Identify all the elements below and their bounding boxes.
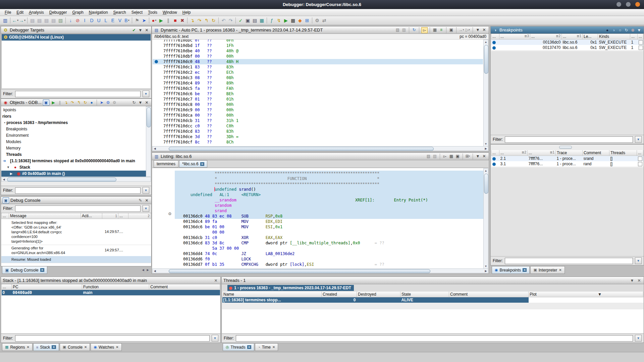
quick-launch-icon[interactable]: ➤ — [99, 100, 105, 105]
breakpoint-enabled-icon[interactable] — [492, 41, 496, 44]
dynamic-listing-row[interactable]: 7ffff7610dcf8c??8Ch — [153, 139, 483, 145]
right-tab-interpreter[interactable]: ▣Interpreter✕ — [530, 266, 565, 274]
menu-help[interactable]: Help — [180, 10, 194, 15]
data-type-d-icon[interactable]: D — [88, 17, 95, 24]
close-icon[interactable]: ✕ — [144, 198, 150, 203]
scroll-up-icon[interactable]: ▲ — [484, 40, 488, 44]
refresh-icon[interactable]: ↻ — [411, 27, 417, 33]
listing-code-line[interactable]: ****************************************… — [175, 171, 483, 176]
tab-close-icon[interactable]: ✕ — [200, 162, 204, 166]
listing-code-line[interactable]: undefinedAL:1<RETURN> — [175, 192, 483, 197]
auto-read-icon[interactable]: ▷ — [465, 27, 471, 33]
step-into-icon[interactable]: ↴ — [63, 100, 69, 105]
close-icon[interactable]: ✕ — [481, 154, 487, 159]
listing-code-line[interactable]: * FUNCTION * — [175, 176, 483, 181]
record-icon[interactable]: ● — [89, 100, 95, 105]
stop-icon[interactable]: ■ — [172, 17, 179, 24]
step-last-icon[interactable]: ↻ — [83, 100, 88, 105]
tab-close-icon[interactable]: ✕ — [559, 268, 561, 272]
tree-item[interactable]: ➜[1.1:16363] termmines stopped at 0x0x00… — [1, 158, 146, 164]
stack-filter-input[interactable] — [15, 335, 210, 342]
save-icon[interactable]: ▥ — [2, 17, 9, 24]
menu-search[interactable]: Search — [111, 10, 129, 15]
listing-code-line[interactable]: srandom — [175, 203, 483, 208]
console-filter-input[interactable] — [15, 205, 141, 212]
undo-icon[interactable]: ↶ — [220, 17, 227, 24]
listing-code-line[interactable]: 00136dd474 0cJZLAB_00136de2 — [175, 251, 483, 256]
resume-icon[interactable]: ▶ — [51, 100, 56, 105]
dynamic-listing-row[interactable]: 7ffff7610dc489??89h — [153, 80, 483, 86]
data-type-l-icon[interactable]: L — [102, 17, 109, 24]
breakpoint-dot-icon[interactable] — [155, 60, 158, 63]
dynamic-listing-row[interactable]: 7ffff7610dcb31??31h1 — [153, 118, 483, 123]
breakpoint-checkbox[interactable] — [638, 162, 642, 166]
step-over-icon[interactable]: ↷ — [196, 17, 203, 24]
listing-code-line[interactable]: 00136dcd83 3d 8cCMPdword ptr [__libc_mul… — [175, 240, 483, 246]
paste-icon[interactable]: ▨ — [401, 27, 407, 33]
listing-code-line[interactable]: 00136dcb31 c0XOREAX,EAX — [175, 235, 483, 240]
menu-debugger[interactable]: Debugger — [47, 10, 70, 15]
listing-hscrollbar[interactable]: ◀ ▶ — [152, 268, 488, 273]
clear-code-icon[interactable]: ⊘ — [74, 17, 81, 24]
copy-icon[interactable]: ▧ — [395, 27, 400, 33]
trace-breakpoint-row[interactable]: 2.1 7ffff76... 1 - proce... srand [] — [491, 156, 643, 162]
listing-code-line[interactable]: 00136dd70f b1 35CMPXCHGdword ptr [lock],… — [175, 262, 483, 267]
refresh-icon[interactable]: ↻ — [131, 100, 137, 105]
copy-tool-icon-1[interactable]: ▤ — [29, 17, 36, 24]
clear-breakpoints-icon[interactable]: ⊗ — [630, 27, 636, 33]
breakpoint-checkbox[interactable] — [638, 157, 642, 161]
dynamic-listing-row[interactable]: 7ffff7610dc5fa??FAh — [153, 86, 483, 91]
data-type-u-icon[interactable]: U — [95, 17, 102, 24]
nav-forward-icon[interactable]: → — [19, 17, 26, 24]
dynamic-vscrollbar[interactable]: ▲ ▼ — [483, 40, 488, 146]
breakpoint-enabled-icon[interactable] — [492, 163, 496, 166]
scroll-up-icon[interactable]: ▲ — [484, 169, 488, 173]
nav-back-icon[interactable]: ← — [12, 17, 19, 24]
console-message-row[interactable]: Generating offer foros=GNU/Linux arch=i3… — [1, 245, 151, 256]
objects-hscrollbar[interactable]: ◀ — [1, 177, 151, 182]
objects-filter-input[interactable] — [15, 187, 141, 194]
threads-filter-input[interactable] — [236, 335, 633, 342]
menu-analysis[interactable]: Analysis — [26, 10, 47, 15]
scroll-left-icon[interactable]: ◀ — [2, 177, 6, 182]
plot-marker-icon[interactable]: ▼ — [598, 292, 602, 297]
menu-window[interactable]: Window — [160, 10, 180, 15]
run-script-icon[interactable]: ▶ — [282, 17, 289, 24]
dynamic-listing-row[interactable]: 7ffff7610dbe40??40h@ — [153, 48, 483, 54]
bottom-left-tab-regions[interactable]: ▦Regions✕ — [2, 343, 33, 351]
listing-code-line[interactable]: __srandomXREF[1]:Entry Point(*) — [175, 197, 483, 203]
dynamic-listing-row[interactable]: 7ffff7610dc2ec??ECh — [153, 70, 483, 75]
diamond-icon[interactable]: ◆ — [297, 17, 304, 24]
listing-code-line[interactable]: 00136dd6f0LOCK — [175, 256, 483, 262]
menu-select[interactable]: Select — [129, 10, 145, 15]
close-icon[interactable]: ✕ — [636, 278, 642, 283]
tree-item[interactable]: ▶◉#0 0x400ad0 in main () — [1, 171, 146, 177]
targets-filter-input[interactable] — [15, 91, 141, 97]
console-window-icon[interactable]: ▣ — [244, 17, 251, 24]
cursor-tracking-icon[interactable]: ▻ — [421, 27, 428, 33]
dynamic-listing-row[interactable]: 7ffff7610dbc0f??0Fh — [153, 40, 483, 43]
tab-close-icon[interactable]: ✕ — [40, 268, 44, 272]
tab-close-icon[interactable]: ✕ — [116, 345, 118, 349]
target-row-gdb[interactable]: ✪ GDB@2945fa74 local (Linux) — [2, 34, 151, 41]
flag-icon[interactable]: ⚑ — [133, 17, 141, 24]
listing-tab-termmines[interactable]: termmines — [154, 160, 178, 168]
tree-item[interactable]: ▼●Stack — [1, 164, 146, 171]
swap-icon[interactable]: ⇄ — [321, 17, 328, 24]
snapshot-camera-icon[interactable]: ▣ — [455, 154, 461, 159]
listing-vscrollbar[interactable]: ▲ ▼ — [483, 168, 488, 269]
step-out-icon[interactable]: ↰ — [203, 17, 210, 24]
listing-tab-libcso6[interactable]: *libc.so.6✕ — [179, 160, 207, 168]
dynamic-hscrollbar[interactable]: ◀ ▶ — [152, 146, 488, 151]
filter-options-icon[interactable]: ▼ — [143, 187, 149, 194]
close-icon[interactable]: ✕ — [144, 27, 150, 33]
memory-map-icon[interactable]: ▦ — [258, 17, 265, 24]
breakpoint-enabled-icon[interactable] — [492, 46, 496, 50]
chip-icon[interactable]: ▩ — [289, 17, 297, 24]
dynamic-listing-row[interactable]: 7ffff7610dc900??00h — [153, 107, 483, 113]
filter-options-icon[interactable]: ▼ — [635, 335, 642, 342]
maximize-button[interactable] — [626, 2, 631, 7]
close-icon[interactable]: ✕ — [213, 278, 219, 283]
dynamic-listing-row[interactable]: 7ffff7610dc308??08h — [153, 75, 483, 80]
tab-debug-console[interactable]: ▣ Debug Console✕ — [2, 266, 47, 274]
